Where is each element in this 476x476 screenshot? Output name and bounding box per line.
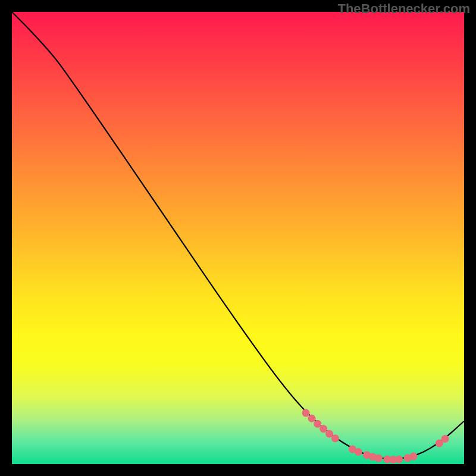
data-marker — [308, 415, 315, 422]
data-marker — [355, 448, 362, 456]
bottleneck-curve — [12, 12, 464, 459]
data-marker — [314, 420, 321, 428]
data-marker — [302, 409, 310, 417]
attribution-label: TheBottlenecker.com — [337, 1, 470, 17]
data-marker — [395, 456, 403, 464]
data-marker — [320, 425, 327, 433]
data-marker — [375, 455, 383, 462]
chart-svg — [12, 12, 464, 464]
plot-area — [12, 12, 464, 464]
data-marker — [331, 434, 339, 442]
data-markers — [302, 409, 449, 464]
data-marker — [441, 435, 449, 443]
data-marker — [409, 453, 417, 461]
chart-container: TheBottlenecker.com — [0, 0, 476, 476]
